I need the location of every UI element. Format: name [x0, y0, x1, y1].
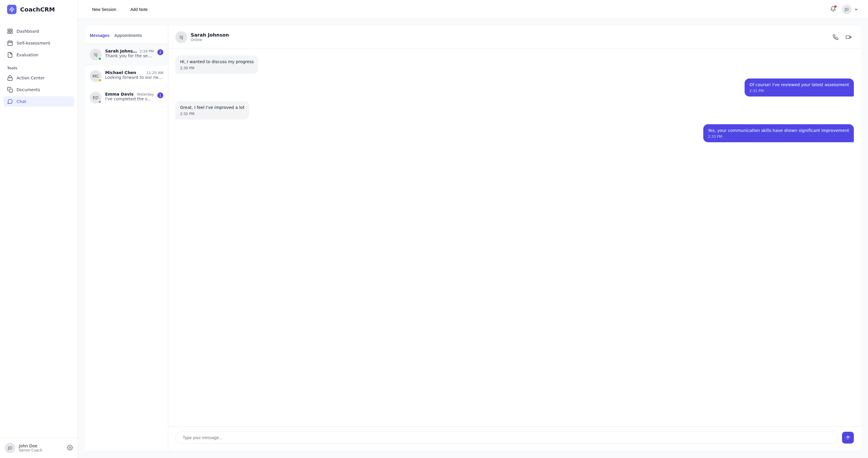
svg-rect-6	[9, 89, 13, 92]
conversation-items: SJ Sarah Johnson 2:34 PM Thank you for t…	[85, 44, 168, 451]
brand-name: CoachCRM	[20, 6, 55, 13]
topbar-actions: New Session Add Note	[87, 5, 152, 14]
sidebar-item-label: Action Center	[17, 75, 44, 80]
chevron-down-icon	[854, 7, 859, 12]
tab-appointments[interactable]: Appointments	[114, 26, 142, 44]
conversation-item[interactable]: ED Emma Davis Yesterday I've completed t…	[85, 87, 168, 108]
message-text: Great, I feel I've improved a lot	[180, 105, 244, 111]
conversation-avatar-wrap: MC	[90, 70, 101, 82]
message-row: Of course! I've reviewed your latest ass…	[175, 78, 854, 97]
gear-icon	[67, 445, 73, 451]
svg-rect-1	[11, 29, 12, 31]
conversation-time: Yesterday	[137, 92, 154, 97]
conversation-body: Michael Chen 11:20 AM Looking forward to…	[105, 70, 163, 82]
svg-rect-8	[846, 36, 850, 39]
message-time: 2:33 PM	[708, 135, 849, 139]
status-away-icon	[98, 78, 101, 82]
send-button[interactable]	[842, 432, 854, 444]
message-bubble-received: Hi, I wanted to discuss my progress 2:30…	[175, 56, 258, 74]
zap-icon	[9, 6, 15, 12]
file-icon	[7, 52, 13, 58]
sidebar-item-self-assessment[interactable]: Self-Assessment	[4, 38, 74, 48]
conversation-item[interactable]: MC Michael Chen 11:20 AM Looking forward…	[85, 66, 168, 87]
dashboard-icon	[7, 28, 13, 34]
copy-icon	[7, 87, 13, 93]
chat-icon	[7, 99, 13, 104]
chat-pane: SJ Sarah Johnson Online	[168, 26, 861, 451]
topbar-avatar: JD	[842, 5, 851, 14]
sidebar-item-evaluation[interactable]: Evaluation	[4, 50, 74, 60]
sidebar-item-label: Documents	[17, 87, 40, 92]
sidebar-item-chat[interactable]: Chat	[4, 96, 74, 107]
svg-rect-3	[8, 32, 10, 34]
message-time: 2:31 PM	[749, 89, 849, 93]
conversation-list: Messages Appointments SJ Sa	[85, 26, 168, 451]
message-text: Yes, your communication skills have show…	[708, 128, 849, 134]
brand-logo	[7, 5, 17, 14]
new-session-button[interactable]: New Session	[87, 5, 121, 14]
svg-rect-4	[8, 41, 12, 45]
message-time: 2:30 PM	[180, 66, 254, 70]
sidebar-item-label: Chat	[17, 99, 26, 104]
topbar-right: JD	[829, 5, 859, 14]
conversation-avatar-wrap: SJ	[90, 49, 101, 61]
conversation-time: 11:20 AM	[147, 71, 163, 75]
svg-rect-0	[8, 29, 10, 31]
message-input[interactable]	[175, 431, 838, 444]
unread-badge: 1	[157, 92, 163, 98]
user-avatar: JD	[5, 443, 16, 453]
conversation-name: Sarah Johnson	[105, 49, 137, 54]
sidebar-item-label: Evaluation	[17, 53, 38, 57]
voice-call-button[interactable]	[830, 32, 841, 42]
chat-input-bar	[168, 426, 861, 451]
conversation-time: 2:34 PM	[140, 49, 154, 54]
message-row: Hi, I wanted to discuss my progress 2:30…	[175, 56, 854, 74]
message-bubble-received: Great, I feel I've improved a lot 2:32 P…	[175, 101, 249, 120]
conversation-item[interactable]: SJ Sarah Johnson 2:34 PM Thank you for t…	[85, 44, 168, 66]
sidebar: CoachCRM Dashboard Self-Assessment Evalu…	[0, 0, 78, 458]
message-bubble-sent: Yes, your communication skills have show…	[703, 124, 854, 142]
message-bubble-sent: Of course! I've reviewed your latest ass…	[745, 78, 854, 97]
message-row: Great, I feel I've improved a lot 2:32 P…	[175, 101, 854, 120]
message-text: Of course! I've reviewed your latest ass…	[749, 82, 849, 88]
chat-contact-name: Sarah Johnson	[191, 32, 229, 38]
status-online-icon	[98, 57, 101, 61]
conversation-preview: Thank you for the session today!	[105, 54, 154, 58]
video-icon	[845, 34, 851, 40]
svg-point-7	[69, 447, 71, 448]
sidebar-nav: Dashboard Self-Assessment Evaluation Too…	[0, 19, 78, 438]
sidebar-item-dashboard[interactable]: Dashboard	[4, 26, 74, 37]
conversation-preview: Looking forward to our next appointment	[105, 75, 163, 80]
svg-rect-5	[8, 77, 12, 80]
video-call-button[interactable]	[843, 32, 854, 42]
message-text: Hi, I wanted to discuss my progress	[180, 59, 254, 65]
chat-avatar: SJ	[175, 31, 187, 43]
conversation-preview: I've completed the self-assessment	[105, 97, 154, 101]
add-note-button[interactable]: Add Note	[126, 5, 152, 14]
chat-header: SJ Sarah Johnson Online	[168, 26, 861, 48]
conversation-body: Emma Davis Yesterday I've completed the …	[105, 92, 154, 104]
sidebar-item-action-center[interactable]: Action Center	[4, 73, 74, 83]
phone-icon	[833, 34, 838, 40]
unread-badge: 2	[157, 49, 163, 55]
chat-contact-status: Online	[191, 38, 229, 42]
sidebar-item-label: Dashboard	[17, 29, 39, 34]
chat-window: Messages Appointments SJ Sa	[85, 26, 861, 451]
message-time: 2:32 PM	[180, 112, 244, 116]
tab-messages[interactable]: Messages	[90, 26, 110, 44]
profile-menu[interactable]: JD	[842, 5, 859, 14]
svg-rect-2	[11, 32, 12, 34]
sidebar-item-label: Self-Assessment	[17, 41, 50, 45]
content: Messages Appointments SJ Sa	[78, 19, 868, 458]
sidebar-item-documents[interactable]: Documents	[4, 85, 74, 95]
chat-header-left: SJ Sarah Johnson Online	[175, 31, 229, 43]
topbar: New Session Add Note JD	[78, 0, 868, 19]
user-role: Senior Coach	[19, 448, 63, 452]
chat-tabs: Messages Appointments	[85, 26, 168, 44]
arrow-up-icon	[845, 435, 851, 440]
conversation-name: Emma Davis	[105, 92, 133, 97]
settings-button[interactable]	[67, 445, 73, 452]
notifications-button[interactable]	[829, 5, 837, 14]
lock-icon	[7, 75, 13, 81]
message-row: Yes, your communication skills have show…	[175, 124, 854, 142]
